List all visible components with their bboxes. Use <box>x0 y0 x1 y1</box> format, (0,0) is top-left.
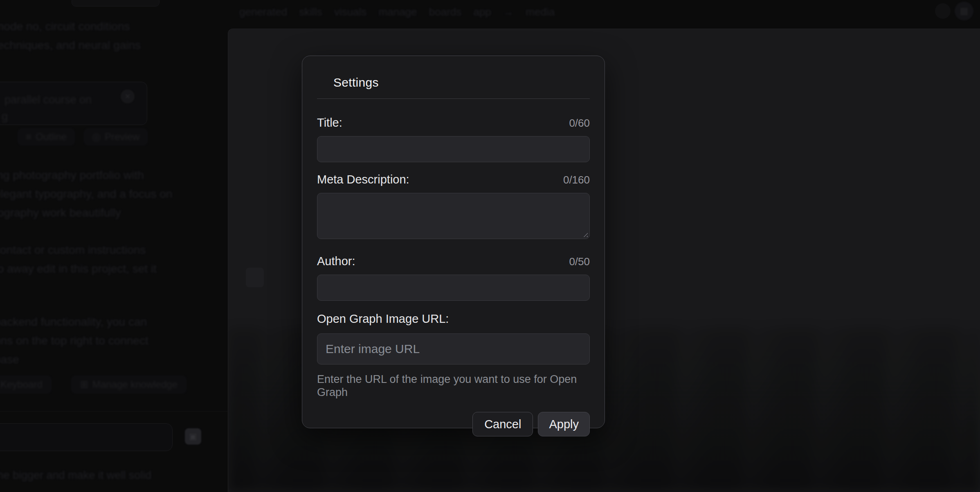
meta-description-char-counter: 0/160 <box>563 174 590 186</box>
cancel-button[interactable]: Cancel <box>472 412 533 436</box>
og-image-url-label: Open Graph Image URL: <box>317 312 449 325</box>
author-input[interactable] <box>317 275 590 301</box>
title-char-counter: 0/60 <box>569 117 590 130</box>
title-input[interactable] <box>317 136 590 162</box>
title-label: Title: <box>317 116 342 129</box>
modal-divider <box>317 98 590 99</box>
author-label: Author: <box>317 255 355 268</box>
meta-description-label: Meta Description: <box>317 173 409 186</box>
og-image-url-input[interactable] <box>317 333 590 365</box>
author-char-counter: 0/50 <box>569 255 590 268</box>
modal-title: Settings <box>333 75 590 90</box>
meta-description-textarea[interactable] <box>317 193 590 239</box>
apply-button[interactable]: Apply <box>538 412 590 436</box>
og-image-helper-text: Enter the URL of the image you want to u… <box>317 373 590 399</box>
settings-modal: Settings Title: 0/60 Meta Description: 0… <box>302 56 605 428</box>
